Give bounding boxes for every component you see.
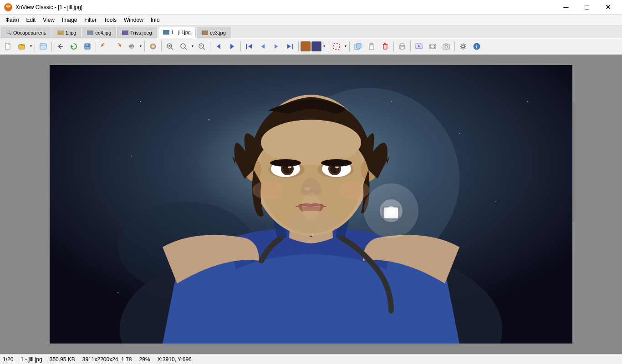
toolbar-settings-button[interactable] xyxy=(457,40,469,53)
svg-marker-51 xyxy=(433,46,435,48)
svg-rect-43 xyxy=(400,44,404,46)
svg-point-61 xyxy=(140,101,141,102)
svg-line-18 xyxy=(171,48,173,50)
zoom-arrow[interactable]: ▾ xyxy=(191,44,194,48)
toolbar-zoom-out-button[interactable] xyxy=(195,40,208,53)
toolbar-refresh-button[interactable] xyxy=(67,40,80,53)
toolbar-rotate-cw-button[interactable] xyxy=(112,40,124,53)
tab-1jpg[interactable]: 1.jpg xyxy=(52,27,82,38)
tab-cc3jpg-label: cc3.jpg xyxy=(210,30,226,35)
title-bar: XnView Classic - [1 - jill.jpg] ─ □ ✕ xyxy=(0,0,622,15)
toolbar-first-button[interactable] xyxy=(243,40,255,53)
color-arrow[interactable]: ▾ xyxy=(322,44,326,48)
sep1 xyxy=(35,41,35,51)
image-container xyxy=(50,65,572,344)
toolbar-color-fg[interactable] xyxy=(301,41,311,51)
toolbar-rotate-ccw-button[interactable] xyxy=(98,40,111,53)
svg-point-66 xyxy=(495,201,496,202)
toolbar-paste-button[interactable] xyxy=(365,40,378,53)
svg-point-69 xyxy=(117,292,119,293)
toolbar-new-button[interactable] xyxy=(2,40,15,53)
window-title: XnView Classic - [1 - jill.jpg] xyxy=(15,4,556,10)
toolbar-info-button[interactable]: i xyxy=(470,40,483,53)
svg-rect-44 xyxy=(400,47,404,49)
status-zoom: 29% xyxy=(139,356,150,363)
svg-marker-33 xyxy=(287,44,291,49)
maximize-button[interactable]: □ xyxy=(576,0,597,15)
menu-filter[interactable]: Filter xyxy=(81,16,100,24)
tab-cc3jpg-thumb xyxy=(202,30,208,35)
toolbar-nav-back-button[interactable] xyxy=(212,40,225,53)
toolbar-zoom-in-button[interactable] xyxy=(163,40,176,53)
sep8 xyxy=(298,41,299,51)
tab-cc4jpg[interactable]: cc4.jpg xyxy=(82,27,116,38)
svg-rect-34 xyxy=(334,44,339,49)
svg-marker-50 xyxy=(430,46,432,48)
svg-rect-38 xyxy=(370,43,373,45)
toolbar-select-button[interactable] xyxy=(330,40,343,53)
flip-arrow[interactable]: ▾ xyxy=(139,44,143,48)
sep10 xyxy=(349,41,350,51)
menu-file[interactable]: Файл xyxy=(2,16,23,24)
svg-rect-37 xyxy=(369,45,374,50)
tab-bar: 🔍 Обозреватель 1.jpg cc4.jpg Triss.jpeg … xyxy=(0,25,622,38)
minimize-button[interactable]: ─ xyxy=(556,0,576,15)
menu-tools[interactable]: Tools xyxy=(100,16,120,24)
svg-point-63 xyxy=(131,156,132,157)
svg-marker-30 xyxy=(261,44,265,49)
menu-info[interactable]: Info xyxy=(147,16,163,24)
open-arrow[interactable]: ▾ xyxy=(29,44,33,48)
svg-marker-14 xyxy=(129,44,134,46)
svg-point-96 xyxy=(338,181,370,199)
menu-edit[interactable]: Edit xyxy=(23,16,40,24)
svg-rect-11 xyxy=(85,47,90,49)
toolbar-save-button[interactable] xyxy=(81,40,94,53)
menu-window[interactable]: Window xyxy=(120,16,147,24)
sep2 xyxy=(51,41,52,51)
svg-rect-47 xyxy=(429,44,436,49)
toolbar-browse-button[interactable] xyxy=(37,40,50,53)
toolbar-nav-forward-button[interactable] xyxy=(226,40,239,53)
tab-jilljpg[interactable]: 1 - jill.jpg xyxy=(158,27,196,38)
svg-point-55 xyxy=(462,45,464,48)
tab-cc3jpg[interactable]: cc3.jpg xyxy=(197,27,231,38)
svg-rect-5 xyxy=(40,44,46,49)
svg-rect-3 xyxy=(5,43,10,49)
svg-point-92 xyxy=(321,159,352,167)
toolbar-back-button[interactable] xyxy=(54,40,66,53)
svg-marker-29 xyxy=(248,44,252,49)
toolbar-next-button[interactable] xyxy=(270,40,283,53)
toolbar-open-button[interactable] xyxy=(15,40,28,53)
toolbar-print-button[interactable] xyxy=(396,40,408,53)
svg-point-1 xyxy=(6,5,8,7)
toolbar-copy-button[interactable] xyxy=(352,40,364,53)
svg-point-87 xyxy=(270,159,301,167)
svg-point-95 xyxy=(252,181,284,199)
tab-jilljpg-thumb xyxy=(163,30,169,35)
toolbar-prev-button[interactable] xyxy=(256,40,269,53)
svg-rect-39 xyxy=(383,44,387,49)
tab-trissjpeg[interactable]: Triss.jpeg xyxy=(117,27,157,38)
svg-marker-15 xyxy=(129,47,134,49)
select-arrow[interactable]: ▾ xyxy=(344,44,347,48)
svg-marker-49 xyxy=(433,45,435,46)
close-button[interactable]: ✕ xyxy=(597,0,618,15)
menu-image[interactable]: Image xyxy=(58,16,81,24)
toolbar-last-button[interactable] xyxy=(284,40,296,53)
menu-view[interactable]: View xyxy=(39,16,58,24)
toolbar-flip-button[interactable] xyxy=(125,40,138,53)
svg-point-101 xyxy=(387,206,396,215)
toolbar-slideshow-button[interactable] xyxy=(413,40,425,53)
toolbar-color-bg[interactable] xyxy=(311,41,321,51)
svg-point-16 xyxy=(150,44,156,49)
toolbar-fullscreen-button[interactable] xyxy=(426,40,439,53)
svg-point-2 xyxy=(9,5,10,7)
tab-browser[interactable]: 🔍 Обозреватель xyxy=(1,27,51,38)
svg-line-22 xyxy=(185,48,187,50)
toolbar-capture-button[interactable] xyxy=(440,40,453,53)
toolbar-zoom-dropdown-button[interactable] xyxy=(177,40,190,53)
toolbar-color-button[interactable] xyxy=(147,40,159,53)
toolbar-delete-button[interactable] xyxy=(379,40,392,53)
status-bar: 1/20 1 - jill.jpg 350.95 KB 3911x2200x24… xyxy=(0,354,622,364)
svg-marker-13 xyxy=(118,45,121,47)
